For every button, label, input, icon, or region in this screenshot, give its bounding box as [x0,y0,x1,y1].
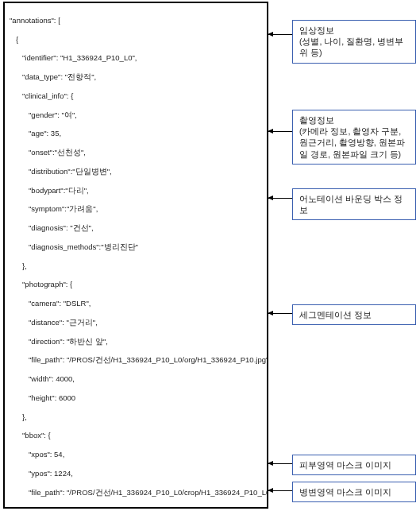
arrow-seg [268,313,292,314]
code-line: "width": 4000, [10,374,264,384]
code-line: "diagnosis": "건선", [10,223,264,233]
arrow-photo [268,131,292,132]
code-line: "file_path": "/PROS/건선/H1_336924_P10_L0/… [10,488,264,497]
code-line: "width": 3910, [10,506,264,509]
arrow-bbox [268,198,292,199]
label-lesion-mask: 병변영역 마스크 이미지 [292,482,416,502]
label-clinical-info: 임상정보(성별, 나이, 질환명, 병변부위 등) [292,20,416,64]
code-line: "annotations": [ [10,16,264,25]
code-line: "xpos": 54, [10,450,264,459]
code-line: "age": 35, [10,129,264,138]
code-line: "photograph": { [10,280,264,289]
label-skin-mask: 피부영역 마스크 이미지 [292,455,416,475]
label-segmentation-info: 세그멘테이션 정보 [292,304,416,325]
code-line: "ypos": 1224, [10,469,264,478]
code-line: "bodypart":"다리", [10,186,264,195]
code-line: }, [10,261,264,271]
label-bbox-info: 어노테이션 바운딩 박스 정보 [292,188,416,220]
arrow-skin [268,463,292,464]
json-code-panel: "annotations": [ { "identifier": "H1_336… [3,2,268,509]
code-line: "direction": "하반신 앞", [10,337,264,346]
code-line: "clinical_info": { [10,91,264,101]
code-line: "gender": "여", [10,110,264,120]
code-line: "height": 6000 [10,393,264,403]
code-line: "symptom":"가려움", [10,204,264,214]
code-line: "file_path": "/PROS/건선/H1_336924_P10_L0/… [10,355,264,365]
label-photograph-info: 촬영정보(카메라 정보, 촬영자 구분, 원근거리, 촬영방향, 원본파일 경로… [292,110,416,165]
code-line: "distribution":"단일병변", [10,167,264,176]
code-line: "bbox": { [10,431,264,440]
code-line: "onset":"선천성", [10,148,264,157]
code-line: "diagnosis_methods":"병리진단" [10,242,264,252]
code-line: { [10,35,264,45]
code-line: }, [10,412,264,422]
arrow-clinical [268,34,292,35]
code-line: "camera": "DSLR", [10,299,264,308]
code-line: "data_type": "전향적", [10,72,264,82]
arrow-lesion [268,490,292,491]
code-line: "identifier": "H1_336924_P10_L0", [10,53,264,63]
code-line: "distance": "근거리", [10,318,264,327]
